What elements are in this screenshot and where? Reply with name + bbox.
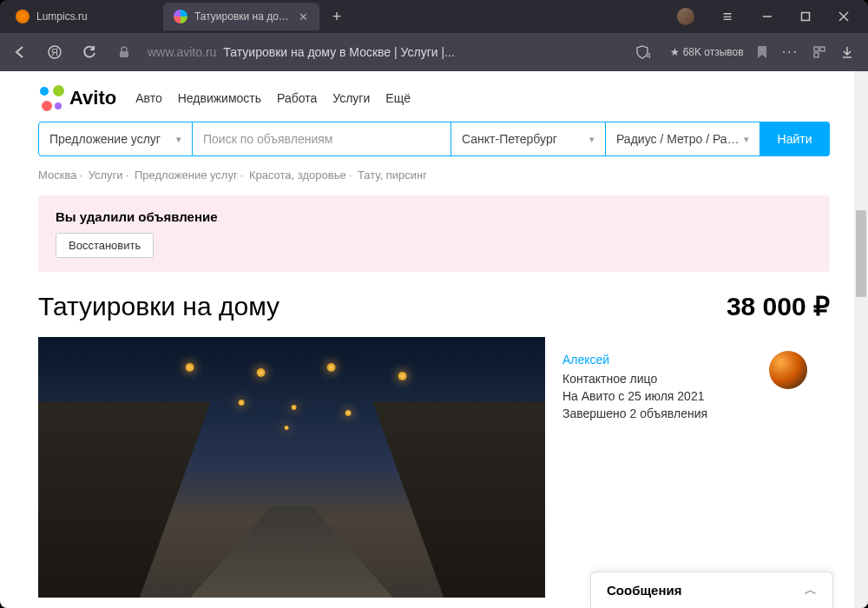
breadcrumb: Москва· Услуги· Предложение услуг· Красо…	[38, 169, 830, 182]
listing-price: 38 000 ₽	[727, 291, 830, 321]
tab-favicon-lumpics	[16, 10, 30, 23]
city-select[interactable]: Санкт-Петербург ▾	[451, 122, 606, 156]
nav-more[interactable]: Ещё	[385, 91, 411, 105]
reload-button[interactable]	[78, 41, 101, 63]
logo-text: Avito	[69, 87, 116, 109]
extensions-icon[interactable]	[812, 45, 826, 59]
address-bar[interactable]: www.avito.ru Татуировки на дому в Москве…	[148, 45, 622, 59]
chevron-up-icon: ︿	[805, 583, 817, 598]
nav-services[interactable]: Услуги	[332, 91, 370, 105]
crumb-city[interactable]: Москва	[38, 169, 76, 182]
listing-body: Алексей Контактное лицо На Авито с 25 ию…	[38, 337, 830, 598]
messages-panel[interactable]: Сообщения ︿	[590, 572, 833, 608]
search-bar: Предложение услуг ▾ Поиск по объявлениям…	[38, 122, 830, 156]
close-tab-icon[interactable]: ✕	[297, 10, 309, 23]
bookmark-icon[interactable]	[756, 45, 768, 59]
maximize-button[interactable]	[786, 0, 825, 33]
browser-chrome: Lumpics.ru Татуировки на дому в | ✕ + ≡ …	[0, 0, 868, 71]
back-button[interactable]	[9, 41, 31, 63]
seller-avatar[interactable]	[769, 351, 807, 389]
logo-dots-icon	[38, 85, 64, 111]
window-controls: ≡	[677, 0, 863, 33]
notice-title: Вы удалили объявление	[56, 209, 812, 224]
seller-role: Контактное лицо	[562, 370, 707, 387]
tab-favicon-avito	[174, 10, 187, 23]
profile-avatar-icon[interactable]	[677, 8, 694, 25]
svg-rect-8	[820, 47, 825, 51]
svg-rect-6	[120, 51, 128, 57]
gallery-image	[38, 337, 545, 598]
close-window-button[interactable]	[825, 0, 863, 33]
url-path: Татуировки на дому в Москве | Услуги |..…	[223, 45, 454, 59]
seller-name[interactable]: Алексей	[562, 351, 707, 368]
radius-select[interactable]: Радиус / Метро / Рай... ▾	[606, 122, 760, 156]
reviews-count: 68K отзывов	[683, 46, 744, 58]
shield-extension-icon[interactable]: 4	[635, 44, 658, 60]
tab-lumpics[interactable]: Lumpics.ru	[5, 3, 161, 30]
messages-label: Сообщения	[607, 583, 681, 598]
search-button[interactable]: Найти	[760, 122, 830, 156]
lock-icon[interactable]	[113, 41, 135, 63]
minimize-button[interactable]	[748, 0, 786, 33]
more-icon[interactable]: ···	[782, 44, 799, 60]
chevron-down-icon: ▾	[176, 134, 181, 145]
listing-header: Татуировки на дому 38 000 ₽	[38, 291, 830, 321]
restore-button[interactable]: Восстановить	[56, 233, 154, 258]
restore-label: Восстановить	[69, 239, 141, 252]
top-nav: Авто Недвижимость Работа Услуги Ещё	[135, 91, 411, 105]
listing-title: Татуировки на дому	[38, 292, 279, 321]
radius-label: Радиус / Метро / Рай...	[616, 132, 744, 146]
tab-title: Lumpics.ru	[36, 10, 151, 23]
scrollbar[interactable]	[854, 71, 868, 608]
nav-auto[interactable]: Авто	[135, 91, 162, 105]
page-content: Avito Авто Недвижимость Работа Услуги Ещ…	[0, 71, 868, 608]
yandex-icon[interactable]: Я	[43, 41, 66, 63]
seller-panel: Алексей Контактное лицо На Авито с 25 ию…	[545, 337, 812, 598]
tab-avito[interactable]: Татуировки на дому в | ✕	[163, 3, 319, 30]
svg-rect-7	[814, 47, 819, 51]
listing-gallery[interactable]	[38, 337, 545, 598]
star-icon: ★	[670, 46, 680, 58]
crumb-tattoo[interactable]: Тату, пирсинг	[358, 169, 427, 182]
deleted-notice: Вы удалили объявление Восстановить	[38, 195, 830, 272]
seller-since: На Авито с 25 июля 2021	[562, 387, 707, 405]
crumb-beauty[interactable]: Красота, здоровье	[249, 169, 346, 182]
category-select[interactable]: Предложение услуг ▾	[38, 122, 193, 156]
search-button-label: Найти	[778, 132, 812, 146]
svg-text:Я: Я	[51, 47, 58, 57]
nav-bar: Я www.avito.ru Татуировки на дому в Моск…	[0, 33, 868, 71]
svg-rect-1	[802, 13, 810, 21]
scrollbar-thumb[interactable]	[856, 210, 866, 297]
seller-completed: Завершено 2 объявления	[562, 405, 707, 422]
avito-logo[interactable]: Avito	[38, 85, 116, 111]
crumb-services[interactable]: Услуги	[89, 169, 123, 182]
menu-icon[interactable]: ≡	[710, 8, 745, 26]
crumb-offer[interactable]: Предложение услуг	[135, 169, 238, 182]
city-label: Санкт-Петербург	[462, 132, 557, 146]
chevron-down-icon: ▾	[744, 134, 749, 145]
url-domain: www.avito.ru	[148, 45, 216, 59]
download-icon[interactable]	[840, 45, 854, 59]
tab-bar: Lumpics.ru Татуировки на дому в | ✕ + ≡	[0, 0, 868, 33]
search-input[interactable]: Поиск по объявлениям	[193, 122, 451, 156]
new-tab-button[interactable]: +	[325, 4, 349, 29]
category-label: Предложение услуг	[49, 132, 161, 146]
chevron-down-icon: ▾	[589, 134, 595, 145]
search-placeholder: Поиск по объявлениям	[203, 132, 332, 146]
shield-badge-count: 4	[647, 51, 651, 60]
reviews-extension[interactable]: ★ 68K отзывов	[670, 46, 744, 58]
nav-realty[interactable]: Недвижимость	[178, 91, 261, 105]
tab-title: Татуировки на дому в |	[194, 10, 290, 23]
nav-job[interactable]: Работа	[277, 91, 317, 105]
site-header: Avito Авто Недвижимость Работа Услуги Ещ…	[38, 85, 830, 111]
svg-rect-9	[814, 53, 819, 57]
